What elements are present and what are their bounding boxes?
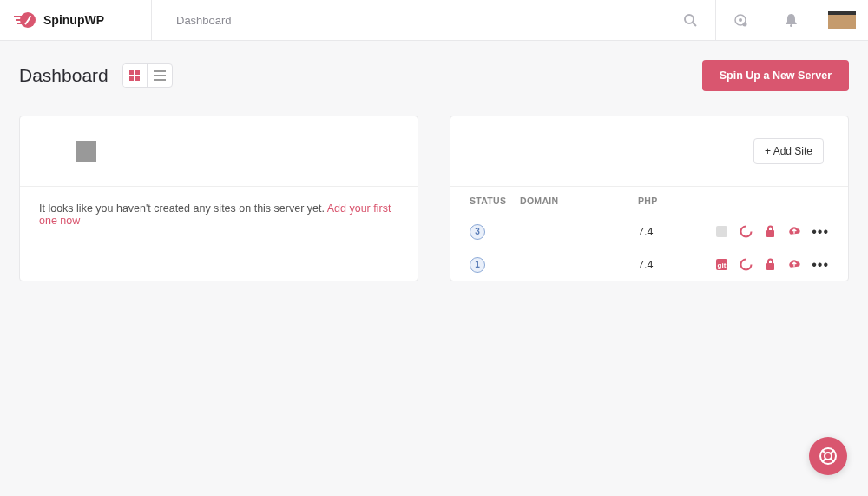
search-icon [683,13,697,27]
php-cell: 7.4 [638,226,699,238]
cache-icon[interactable] [739,258,753,272]
table-row[interactable]: 1 7.4 git ••• [450,248,848,281]
svg-point-18 [740,227,751,237]
empty-text: It looks like you haven't created any si… [39,202,327,215]
svg-point-9 [790,24,792,27]
svg-rect-1 [14,16,22,17]
svg-line-26 [822,450,825,453]
col-status-header: STATUS [470,195,520,206]
svg-rect-23 [766,263,774,270]
col-domain-header: DOMAIN [520,195,638,206]
svg-rect-13 [135,76,140,81]
grid-icon [129,70,140,81]
svg-text:git: git [717,261,726,269]
notifications-button[interactable] [766,0,816,40]
lifebuoy-icon [819,446,838,466]
settings-button[interactable] [715,0,766,40]
page-header: Dashboard Spin Up a New Server [0,41,868,91]
svg-rect-3 [17,23,22,24]
top-header: SpinupWP Dashboard [0,0,868,41]
row-actions: ••• [714,224,829,240]
server-card-sites: + Add Site STATUS DOMAIN PHP 3 7.4 ••• 1… [450,116,849,281]
more-actions-button[interactable]: ••• [812,257,829,273]
svg-point-7 [739,18,742,22]
page-title: Dashboard [19,65,108,86]
provider-icon [76,141,96,162]
logo-icon [14,10,36,30]
row-actions: git ••• [714,257,829,273]
git-icon[interactable] [714,225,728,239]
bell-icon [785,13,798,27]
site-table-header: STATUS DOMAIN PHP [450,186,848,215]
more-actions-button[interactable]: ••• [812,224,829,240]
breadcrumb[interactable]: Dashboard [152,14,665,27]
php-cell: 7.4 [638,259,699,271]
svg-point-8 [743,22,747,26]
backup-icon[interactable] [787,258,801,272]
svg-rect-2 [16,19,22,21]
svg-point-25 [825,453,832,460]
col-php-header: PHP [638,195,699,206]
backup-icon[interactable] [787,225,801,239]
list-icon [154,70,166,81]
status-badge: 1 [470,257,485,273]
gear-icon [733,13,748,28]
svg-rect-10 [129,70,134,75]
view-toggle [122,63,173,88]
status-badge: 3 [470,224,485,240]
svg-line-28 [822,459,825,462]
spin-up-server-button[interactable]: Spin Up a New Server [702,60,849,91]
avatar[interactable] [816,11,868,29]
table-row[interactable]: 3 7.4 ••• [450,215,848,248]
list-view-button[interactable] [148,64,172,87]
grid-view-button[interactable] [123,64,148,87]
card-header [20,116,418,186]
cache-icon[interactable] [739,225,753,239]
card-header: + Add Site [450,116,848,186]
svg-line-5 [693,23,696,26]
logo-area[interactable]: SpinupWP [0,0,152,40]
svg-rect-17 [716,226,727,237]
search-button[interactable] [665,0,715,40]
server-cards: It looks like you haven't created any si… [0,91,868,306]
git-icon[interactable]: git [714,258,728,272]
help-fab[interactable] [809,437,847,475]
add-site-button[interactable]: + Add Site [753,138,824,164]
svg-point-4 [685,15,694,23]
header-actions [665,0,868,40]
svg-rect-19 [766,230,774,237]
svg-point-22 [740,260,751,270]
svg-rect-12 [129,76,134,81]
server-card-empty: It looks like you haven't created any si… [19,116,418,281]
svg-line-27 [831,450,834,453]
lock-icon[interactable] [763,225,777,239]
logo-text: SpinupWP [43,13,104,27]
svg-line-29 [831,459,834,462]
lock-icon[interactable] [763,258,777,272]
empty-state-message: It looks like you haven't created any si… [20,186,418,242]
svg-rect-11 [135,70,140,75]
